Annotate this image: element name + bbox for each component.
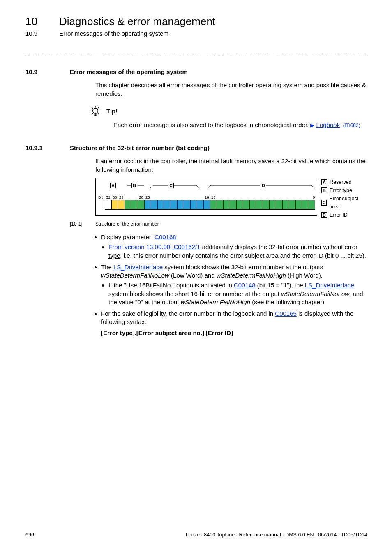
bullet-list: Display parameter: C00168 From version 1… [95,233,367,337]
list-item: From version 13.00.00: C00162/1 addition… [108,243,367,260]
bit-num-30: 30 [113,195,117,200]
diagram-label-d: D [261,183,266,188]
section-title: Structure of the 32-bit error number (bi… [70,144,210,152]
figure-caption: [10-1] Structure of the error number [70,221,367,227]
subsection-title: Error messages of the operating system [59,30,168,38]
bit-num-0: 0 [313,195,315,200]
diagram-label-a: A [110,183,116,188]
bit-num-25: 25 [145,195,150,200]
param-name: wStateDetermFailNoHigh [181,298,250,305]
figure-caption-number: [10-1] [70,221,95,227]
tip-label: Tip! [106,107,118,116]
chapter-header: 10 Diagnostics & error management [25,14,367,29]
page-ref: ( 682) [341,123,360,128]
error-number-diagram: A B C D Bit 31 30 29 26 25 16 15 0 [95,178,367,219]
section-number: 10.9.1 [25,144,70,152]
block-link[interactable]: LS_DriveInterface [305,282,354,289]
diagram-label-c: C [168,183,174,188]
section-number: 10.9 [25,68,70,76]
bit-num-16: 16 [205,195,209,200]
param-name: wStateDetermFailNoHigh [217,272,286,279]
param-link[interactable]: C00168 [154,234,176,240]
text: For the sake of legibility, the error nu… [101,310,275,317]
text: (Low Word) and [169,272,217,279]
text: , i.e. this error number only contains t… [120,252,366,259]
svg-point-0 [93,108,98,113]
figure-caption-text: Structure of the error number [95,221,159,227]
tip-text-before: Each error message is also saved to the … [113,121,310,128]
section-intro: This chapter describes all error message… [95,81,367,98]
param-name: wStateDetermFailNoLow [101,272,169,279]
page-footer: 696 Lenze · 8400 TopLine · Reference man… [25,532,367,539]
list-item: Display parameter: C00168 From version 1… [101,233,367,260]
text: Display parameter: [101,234,154,240]
arrow-icon: ▶ [310,122,314,128]
page-ref-num: 682) [350,123,360,128]
syntax-line: [Error type].[Error subject area no.].[E… [101,329,233,336]
list-item: If the "Use 16BitFailNo." option is acti… [108,281,367,306]
logbook-link[interactable]: Logbook [316,121,340,128]
separator-rule: _ _ _ _ _ _ _ _ _ _ _ _ _ _ _ _ _ _ _ _ … [25,49,367,56]
text: (bit 15 = "1"), the [256,282,305,289]
chapter-number: 10 [25,14,59,29]
section-title: Error messages of the operating system [70,68,188,76]
legend-text-b: Error type [330,186,352,194]
param-link[interactable]: C00165 [275,310,297,317]
page-number: 696 [25,532,34,539]
legend-text-a: Reserved [330,178,352,186]
version-note: From version 13.00.00: [108,243,172,250]
subsection-number: 10.9 [25,30,59,38]
bit-num-26: 26 [139,195,143,200]
bit-num-29: 29 [119,195,124,200]
chapter-title: Diagnostics & error management [59,14,215,29]
section-intro: If an error occurs in the controller, th… [95,157,367,174]
tip-text: Each error message is also saved to the … [113,121,367,129]
bit-num-31: 31 [106,195,111,200]
diagram-label-b: B [131,183,137,188]
bit-num-15: 15 [211,195,216,200]
diagram-frame: A B C D Bit 31 30 29 26 25 16 15 0 [95,178,317,216]
text: system block shows the short 16-bit erro… [108,290,281,297]
subsection-header: 10.9 Error messages of the operating sys… [25,30,367,38]
list-item: For the sake of legibility, the error nu… [101,310,367,337]
bits-prefix: Bit [98,195,103,200]
param-link[interactable]: C00162/1 [172,243,200,250]
text: additionally displays the 32-bit error n… [200,243,323,250]
footer-meta: Lenze · 8400 TopLine · Reference manual … [186,532,367,539]
tip-block: Tip! [88,104,367,118]
list-item: The LS_DriveInterface system block shows… [101,263,367,306]
text: If the "Use 16BitFailNo." option is acti… [108,282,234,289]
param-name: wStateDetermFailNoLow [281,290,349,297]
book-icon [345,123,350,129]
text: (see the following chapter). [250,298,326,305]
param-link[interactable]: C00148 [234,282,256,289]
bit-bar [105,200,315,210]
text: The [101,264,113,271]
text: system block shows the 32-bit error numb… [163,264,323,271]
legend-text-c: Error subject area [329,194,367,211]
lightbulb-icon [88,104,102,118]
text: (High Word). [286,272,323,279]
block-link[interactable]: LS_DriveInterface [113,264,163,271]
